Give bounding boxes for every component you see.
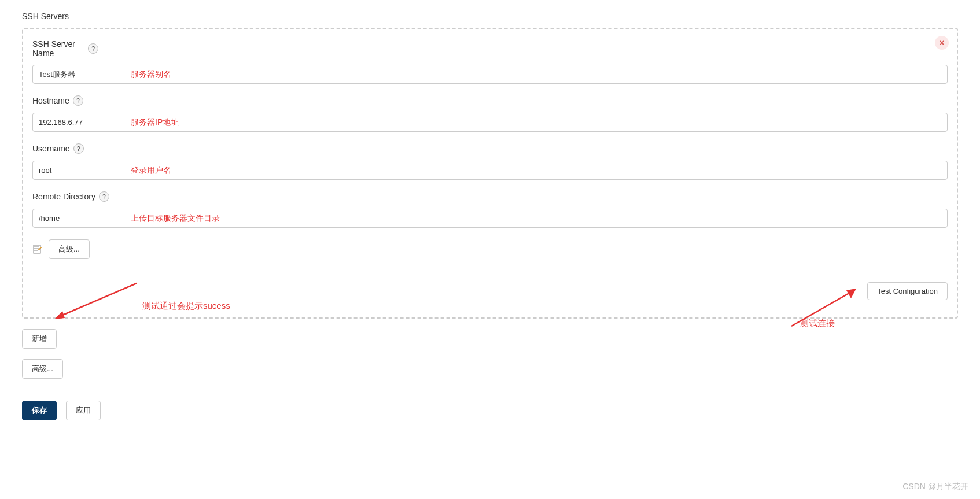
- label-hostname: Hostname ?: [32, 95, 948, 106]
- label-server-name: SSH Server Name ?: [32, 39, 948, 58]
- help-icon[interactable]: ?: [73, 143, 84, 154]
- field-group-hostname: Hostname ? 服务器IP地址: [32, 95, 948, 132]
- field-group-remote-directory: Remote Directory ? 上传目标服务器文件目录: [32, 191, 948, 228]
- close-icon[interactable]: ×: [935, 36, 949, 50]
- help-icon[interactable]: ?: [73, 95, 83, 106]
- test-configuration-button[interactable]: Test Configuration: [867, 282, 948, 300]
- field-group-username: Username ? 登录用户名: [32, 143, 948, 180]
- label-text-server-name: SSH Server Name: [32, 39, 84, 58]
- svg-marker-2: [54, 311, 65, 319]
- advanced-button-outer[interactable]: 高级...: [22, 359, 63, 379]
- label-username: Username ?: [32, 143, 948, 154]
- help-icon[interactable]: ?: [99, 191, 109, 202]
- save-button[interactable]: 保存: [22, 401, 57, 420]
- help-icon[interactable]: ?: [88, 43, 98, 54]
- input-username[interactable]: [32, 161, 948, 180]
- section-title: SSH Servers: [22, 12, 958, 21]
- annotation-test-connect: 测试连接: [800, 318, 835, 329]
- annotation-test-success: 测试通过会提示sucess: [142, 301, 230, 312]
- test-config-row: 测试通过会提示sucess Test Configuration 测试连接: [32, 282, 948, 300]
- input-hostname[interactable]: [32, 113, 948, 132]
- label-text-remote-directory: Remote Directory: [32, 192, 95, 201]
- notepad-icon: [32, 244, 43, 254]
- advanced-row: 高级...: [32, 239, 948, 259]
- input-server-name[interactable]: [32, 65, 948, 84]
- ssh-server-config-panel: × SSH Server Name ? 服务器别名 Hostname ? 服务器…: [22, 28, 958, 319]
- below-box-buttons: 新增 高级...: [22, 329, 958, 379]
- advanced-button-inner[interactable]: 高级...: [49, 239, 90, 259]
- label-remote-directory: Remote Directory ?: [32, 191, 948, 202]
- bottom-buttons: 保存 应用: [22, 401, 958, 420]
- apply-button[interactable]: 应用: [66, 401, 101, 420]
- arrow-left-icon: [50, 278, 142, 324]
- svg-line-1: [58, 283, 137, 317]
- input-remote-directory[interactable]: [32, 209, 948, 228]
- label-text-hostname: Hostname: [32, 96, 69, 105]
- label-text-username: Username: [32, 144, 70, 153]
- field-group-name: SSH Server Name ? 服务器别名: [32, 39, 948, 84]
- add-button[interactable]: 新增: [22, 329, 57, 349]
